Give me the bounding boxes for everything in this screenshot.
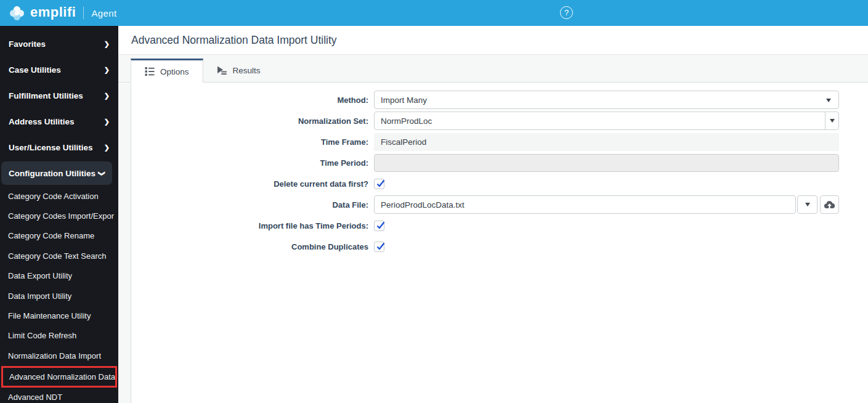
time-period-label: Time Period: bbox=[131, 158, 374, 168]
tab-options[interactable]: Options bbox=[131, 59, 203, 83]
time-frame-row: Time Frame: FiscalPeriod bbox=[131, 132, 868, 151]
emplifi-flower-icon bbox=[9, 5, 25, 22]
import-has-time-periods-label: Import file has Time Periods: bbox=[131, 221, 374, 230]
method-select[interactable]: Import Many bbox=[374, 91, 839, 109]
chevron-right-icon: ❯ bbox=[104, 144, 110, 151]
main-content: Advanced Normalization Data Import Utili… bbox=[118, 26, 868, 403]
time-frame-field: FiscalPeriod bbox=[374, 133, 839, 151]
data-file-upload-button[interactable] bbox=[820, 195, 839, 214]
time-period-field bbox=[374, 154, 839, 172]
help-icon[interactable]: ? bbox=[560, 6, 573, 19]
normalization-set-label: Normalization Set: bbox=[131, 116, 374, 126]
sidebar-item-label: Address Utilities bbox=[9, 117, 75, 126]
checkmark-icon bbox=[375, 178, 386, 189]
time-period-row: Time Period: bbox=[131, 153, 868, 172]
data-file-row: Data File: PeriodProdLocData.txt bbox=[131, 195, 868, 214]
sidebar-item-user-license-utilities[interactable]: User/License Utilities ❯ bbox=[0, 134, 118, 160]
checkmark-icon bbox=[375, 220, 386, 231]
sidebar-subitem-advanced-ndt[interactable]: Advanced NDT bbox=[0, 388, 118, 403]
data-file-value: PeriodProdLocData.txt bbox=[381, 200, 464, 210]
tab-results[interactable]: Results bbox=[203, 59, 274, 82]
combine-duplicates-row: Combine Duplicates bbox=[131, 237, 868, 256]
data-file-dropdown-button[interactable] bbox=[797, 195, 817, 214]
chevron-right-icon: ❯ bbox=[104, 41, 110, 47]
chevron-right-icon: ❯ bbox=[104, 67, 110, 73]
import-has-time-periods-row: Import file has Time Periods: bbox=[131, 216, 868, 235]
checkmark-icon bbox=[375, 241, 386, 252]
method-label: Method: bbox=[131, 96, 374, 105]
method-value: Import Many bbox=[381, 96, 427, 105]
combine-duplicates-checkbox[interactable] bbox=[374, 242, 384, 252]
normalization-set-combobox: NormProdLoc bbox=[374, 112, 839, 130]
method-row: Method: Import Many bbox=[131, 91, 868, 109]
sidebar-item-case-utilities[interactable]: Case Utilities ❯ bbox=[0, 57, 118, 83]
chevron-right-icon: ❯ bbox=[104, 92, 110, 99]
sidebar-subitem-category-code-activation[interactable]: Category Code Activation bbox=[0, 186, 118, 206]
sidebar-item-label: Case Utilities bbox=[9, 65, 61, 75]
normalization-set-input[interactable]: NormProdLoc bbox=[375, 112, 825, 129]
page-title: Advanced Normalization Data Import Utili… bbox=[131, 34, 337, 47]
sidebar-subitem-data-import-utility[interactable]: Data Import Utility bbox=[0, 286, 118, 306]
brand-name: emplifi bbox=[30, 6, 76, 21]
product-name: Agent bbox=[91, 8, 116, 18]
import-has-time-periods-checkbox[interactable] bbox=[374, 221, 384, 231]
normalization-set-row: Normalization Set: NormProdLoc bbox=[131, 112, 868, 130]
sidebar-subitem-limit-code-refresh[interactable]: Limit Code Refresh bbox=[0, 326, 118, 346]
sidebar-item-favorites[interactable]: Favorites ❯ bbox=[0, 31, 118, 57]
data-file-group: PeriodProdLocData.txt bbox=[374, 195, 839, 214]
sidebar-item-label: Configuration Utilities bbox=[9, 169, 95, 178]
chevron-down-icon bbox=[826, 99, 831, 102]
configuration-utilities-submenu: Category Code Activation Category Codes … bbox=[0, 186, 118, 403]
delete-first-checkbox[interactable] bbox=[374, 179, 384, 189]
title-bar: Advanced Normalization Data Import Utili… bbox=[118, 26, 868, 55]
sidebar: Favorites ❯ Case Utilities ❯ Fulfillment… bbox=[0, 26, 118, 403]
sidebar-item-configuration-utilities[interactable]: Configuration Utilities ❯ bbox=[1, 161, 112, 185]
normalization-set-dropdown-button[interactable] bbox=[825, 112, 838, 129]
chevron-down-icon: ❯ bbox=[99, 170, 105, 176]
brand-divider bbox=[83, 7, 84, 19]
sidebar-item-address-utilities[interactable]: Address Utilities ❯ bbox=[0, 108, 118, 134]
sidebar-subitem-category-codes-import-export[interactable]: Category Codes Import/Expor bbox=[0, 206, 118, 226]
brand: emplifi Agent bbox=[9, 5, 117, 22]
sidebar-item-label: User/License Utilities bbox=[9, 143, 93, 152]
sidebar-item-label: Favorites bbox=[9, 39, 46, 49]
combine-duplicates-label: Combine Duplicates bbox=[131, 242, 374, 251]
delete-first-label: Delete current data first? bbox=[131, 179, 374, 189]
sidebar-subitem-normalization-data-import[interactable]: Normalization Data Import bbox=[0, 346, 118, 365]
sidebar-item-label: Fulfillment Utilities bbox=[9, 91, 83, 100]
delete-first-row: Delete current data first? bbox=[131, 174, 868, 193]
cloud-upload-icon bbox=[824, 199, 835, 211]
top-bar: emplifi Agent ? bbox=[0, 0, 868, 26]
chevron-right-icon: ❯ bbox=[104, 118, 110, 125]
data-file-label: Data File: bbox=[131, 200, 374, 210]
time-frame-label: Time Frame: bbox=[131, 137, 374, 147]
options-panel: Method: Import Many Normalization Set: N… bbox=[118, 83, 868, 403]
time-frame-value: FiscalPeriod bbox=[381, 137, 426, 147]
sidebar-subitem-category-code-text-search[interactable]: Category Code Text Search bbox=[0, 246, 118, 266]
tab-label: Results bbox=[233, 66, 261, 75]
sidebar-subitem-advanced-normalization-data[interactable]: Advanced Normalization Data bbox=[1, 366, 117, 388]
chevron-down-icon bbox=[830, 119, 835, 123]
run-results-icon bbox=[217, 65, 227, 75]
sidebar-subitem-file-maintenance-utility[interactable]: File Maintenance Utility bbox=[0, 306, 118, 325]
list-icon bbox=[145, 67, 155, 76]
options-form: Method: Import Many Normalization Set: N… bbox=[131, 83, 868, 403]
tab-strip: Options Results bbox=[118, 55, 868, 83]
chevron-down-icon bbox=[805, 203, 810, 206]
data-file-input[interactable]: PeriodProdLocData.txt bbox=[374, 195, 796, 214]
sidebar-subitem-category-code-rename[interactable]: Category Code Rename bbox=[0, 226, 118, 246]
tab-label: Options bbox=[160, 67, 189, 76]
sidebar-subitem-data-export-utility[interactable]: Data Export Utility bbox=[0, 266, 118, 286]
normalization-set-value: NormProdLoc bbox=[381, 116, 432, 126]
sidebar-item-fulfillment-utilities[interactable]: Fulfillment Utilities ❯ bbox=[0, 83, 118, 108]
